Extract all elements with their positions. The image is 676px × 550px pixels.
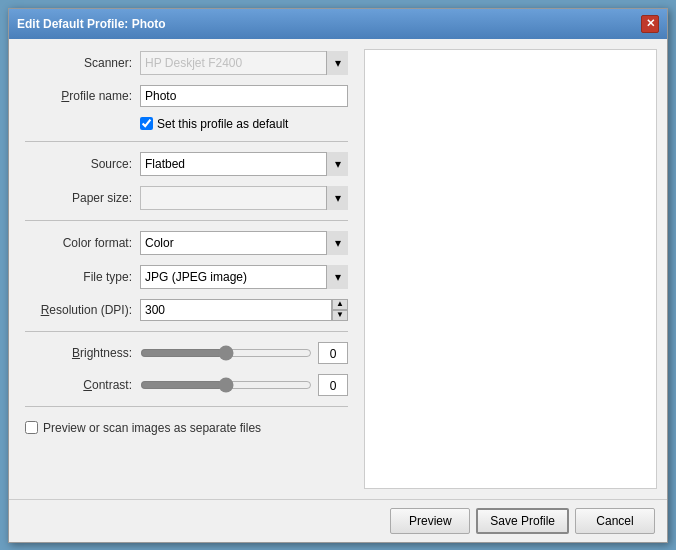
save-profile-button[interactable]: Save Profile xyxy=(476,508,569,534)
preview-panel xyxy=(364,49,657,489)
source-select-wrapper: Flatbed ADF ▾ xyxy=(140,152,348,176)
paper-size-select-wrapper: ▾ xyxy=(140,186,348,210)
set-default-label: Set this profile as default xyxy=(157,117,288,131)
cancel-button[interactable]: Cancel xyxy=(575,508,655,534)
brightness-slider[interactable] xyxy=(140,343,312,363)
contrast-label: Contrast: xyxy=(25,378,140,392)
set-default-row: Set this profile as default xyxy=(140,117,348,131)
contrast-value: 0 xyxy=(318,374,348,396)
brightness-slider-container: 0 xyxy=(140,342,348,364)
resolution-down-button[interactable]: ▼ xyxy=(332,310,348,321)
paper-size-select[interactable] xyxy=(140,186,348,210)
color-format-select-wrapper: Color Grayscale Black and White ▾ xyxy=(140,231,348,255)
profile-name-label: Profile name: xyxy=(25,89,140,103)
scanner-row: Scanner: HP Deskjet F2400 ▾ xyxy=(25,51,348,75)
brightness-value: 0 xyxy=(318,342,348,364)
source-label: Source: xyxy=(25,157,140,171)
source-row: Source: Flatbed ADF ▾ xyxy=(25,152,348,176)
brightness-label: Brightness: xyxy=(25,346,140,360)
file-type-select-wrapper: JPG (JPEG image) BMP (Bitmap image) PNG … xyxy=(140,265,348,289)
preview-button[interactable]: Preview xyxy=(390,508,470,534)
set-default-checkbox[interactable] xyxy=(140,117,153,130)
contrast-row: Contrast: 0 xyxy=(25,374,348,396)
preview-scan-checkbox[interactable] xyxy=(25,421,38,434)
source-select[interactable]: Flatbed ADF xyxy=(140,152,348,176)
left-panel: Scanner: HP Deskjet F2400 ▾ Profile name… xyxy=(9,39,364,499)
contrast-slider[interactable] xyxy=(140,375,312,395)
paper-size-row: Paper size: ▾ xyxy=(25,186,348,210)
resolution-label: Resolution (DPI): xyxy=(25,303,140,317)
resolution-spinner-wrapper: ▲ ▼ xyxy=(140,299,348,321)
color-format-row: Color format: Color Grayscale Black and … xyxy=(25,231,348,255)
scanner-label: Scanner: xyxy=(25,56,140,70)
profile-name-input[interactable] xyxy=(140,85,348,107)
contrast-slider-container: 0 xyxy=(140,374,348,396)
scanner-select[interactable]: HP Deskjet F2400 xyxy=(140,51,348,75)
file-type-select[interactable]: JPG (JPEG image) BMP (Bitmap image) PNG … xyxy=(140,265,348,289)
dialog-body: Scanner: HP Deskjet F2400 ▾ Profile name… xyxy=(9,39,667,499)
dialog-footer: Preview Save Profile Cancel xyxy=(9,499,667,542)
title-bar: Edit Default Profile: Photo ✕ xyxy=(9,9,667,39)
dialog-title: Edit Default Profile: Photo xyxy=(17,17,166,31)
profile-name-row: Profile name: xyxy=(25,85,348,107)
resolution-spinner-buttons: ▲ ▼ xyxy=(332,299,348,321)
preview-scan-row: Preview or scan images as separate files xyxy=(25,421,348,435)
color-format-select[interactable]: Color Grayscale Black and White xyxy=(140,231,348,255)
edit-profile-dialog: Edit Default Profile: Photo ✕ Scanner: H… xyxy=(8,8,668,543)
preview-scan-label: Preview or scan images as separate files xyxy=(43,421,261,435)
resolution-input[interactable] xyxy=(140,299,332,321)
scanner-select-wrapper: HP Deskjet F2400 ▾ xyxy=(140,51,348,75)
color-format-label: Color format: xyxy=(25,236,140,250)
profile-name-input-wrapper xyxy=(140,85,348,107)
file-type-label: File type: xyxy=(25,270,140,284)
resolution-row: Resolution (DPI): ▲ ▼ xyxy=(25,299,348,321)
close-button[interactable]: ✕ xyxy=(641,15,659,33)
file-type-row: File type: JPG (JPEG image) BMP (Bitmap … xyxy=(25,265,348,289)
resolution-up-button[interactable]: ▲ xyxy=(332,299,348,310)
brightness-row: Brightness: 0 xyxy=(25,342,348,364)
paper-size-label: Paper size: xyxy=(25,191,140,205)
